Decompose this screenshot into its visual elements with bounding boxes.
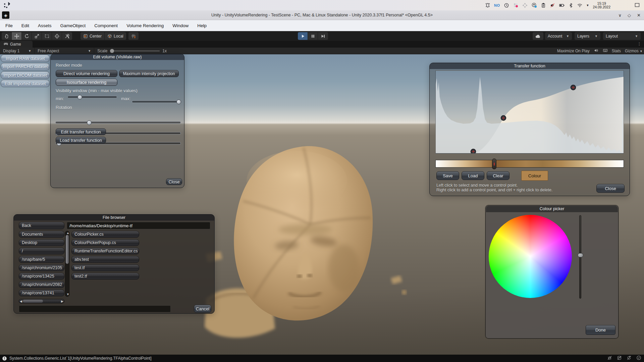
path-field[interactable]: /home/matias/Desktop/runtime-tf — [67, 222, 210, 229]
clock-icon[interactable] — [504, 3, 509, 8]
scroll-left-icon[interactable]: ◀ — [20, 300, 22, 303]
tf-colour-button[interactable]: Colour — [521, 171, 548, 181]
bell-icon[interactable] — [485, 3, 490, 8]
cloud-services-button[interactable] — [533, 32, 543, 40]
vsync-icon[interactable] — [603, 48, 608, 54]
dir-item[interactable]: /snap/chromium/2105 — [19, 264, 64, 271]
edit-volume-close-button[interactable]: Close — [166, 178, 182, 185]
minimize-icon[interactable]: ∨ — [619, 13, 622, 18]
dir-item[interactable]: /snap/bare/5 — [19, 256, 64, 263]
render-mode-direct-button[interactable]: Direct volume rendering — [56, 70, 117, 77]
max-slider[interactable] — [132, 100, 181, 104]
clipboard-icon[interactable] — [541, 3, 546, 8]
pause-button[interactable] — [308, 32, 318, 40]
display-dropdown[interactable]: Display 1▼ — [0, 48, 35, 54]
unity-tray-icon[interactable] — [522, 3, 528, 8]
gizmos-dropdown[interactable]: Gizmos ▼ — [625, 49, 643, 53]
menu-window[interactable]: Window — [172, 23, 189, 28]
dir-item[interactable]: Desktop — [19, 239, 64, 246]
colour-picker-title[interactable]: Colour picker — [486, 206, 618, 212]
menu-help[interactable]: Help — [197, 23, 207, 28]
layout-dropdown[interactable]: Layout▼ — [603, 32, 641, 40]
render-mode-isosurface-button[interactable]: Isosurface rendering — [56, 79, 117, 86]
import-parchg-button[interactable]: Import PARCHG dataset — [1, 63, 50, 70]
maximize-icon[interactable]: ◇ — [628, 13, 631, 18]
play-button[interactable] — [298, 32, 308, 40]
file-item[interactable]: test.tf — [71, 264, 139, 271]
tf-load-button[interactable]: Load — [462, 171, 484, 180]
upload-indicator-icon[interactable] — [531, 2, 537, 8]
muted-speaker-icon[interactable] — [550, 3, 555, 8]
file-item[interactable]: ColourPicker.cs — [71, 231, 139, 238]
space-mode-button[interactable]: Local — [105, 32, 126, 40]
scroll-up-icon[interactable]: ▲ — [66, 232, 69, 235]
tf-gradient-handle[interactable] — [492, 159, 496, 169]
menu-volume-rendering[interactable]: Volume Rendering — [126, 23, 164, 28]
menu-component[interactable]: Component — [94, 23, 118, 28]
dir-scrollbar-horizontal[interactable]: ◀ ▶ — [19, 299, 64, 303]
scale-tool-button[interactable] — [32, 32, 42, 40]
auto-refresh-disabled-icon[interactable] — [627, 355, 632, 361]
show-desktop-icon[interactable] — [634, 2, 640, 9]
wifi-icon[interactable] — [577, 3, 583, 8]
load-transfer-function-button[interactable]: Load transfer function — [56, 137, 106, 143]
battery-icon[interactable] — [559, 3, 565, 8]
render-mode-mip-button[interactable]: Maximum intensity projection — [119, 70, 179, 77]
tray-chevron-down-icon[interactable]: ▼ — [586, 4, 589, 7]
import-dicom-button[interactable]: Import DICOM dataset — [1, 71, 50, 79]
dir-item[interactable]: /snap/core/13425 — [19, 273, 64, 280]
debugger-disabled-icon[interactable] — [607, 355, 612, 361]
hand-tool-button[interactable] — [2, 32, 12, 40]
slack-icon[interactable] — [513, 2, 519, 8]
transfer-function-histogram[interactable] — [435, 70, 624, 154]
tf-colour-gradient-bar[interactable] — [435, 160, 624, 168]
account-dropdown[interactable]: Account▼ — [545, 32, 572, 40]
scroll-down-icon[interactable]: ▼ — [66, 293, 69, 296]
tf-save-button[interactable]: Save — [436, 171, 459, 180]
step-button[interactable] — [318, 32, 328, 40]
aspect-dropdown[interactable]: Free Aspect▼ — [35, 48, 94, 54]
tf-clear-button[interactable]: Clear — [487, 171, 509, 180]
back-button[interactable]: Back — [19, 222, 64, 229]
grid-snap-button[interactable] — [128, 32, 139, 40]
file-item[interactable]: abv.test — [71, 256, 139, 263]
cancel-button[interactable]: Cancel — [194, 305, 211, 313]
edit-volume-title[interactable]: Edit volume (VisMale.raw) — [51, 54, 184, 60]
launcher-icon[interactable] — [4, 2, 11, 8]
menu-assets[interactable]: Assets — [38, 23, 52, 28]
stats-toggle[interactable]: Stats — [612, 49, 621, 53]
value-slider-handle[interactable] — [578, 253, 583, 257]
file-item[interactable]: ColourPickerPopup.cs — [71, 239, 139, 246]
bluetooth-icon[interactable] — [569, 3, 573, 8]
transform-tool-button[interactable] — [52, 32, 62, 40]
rotation-x-slider[interactable] — [55, 120, 181, 125]
scroll-right-icon[interactable]: ▶ — [61, 300, 63, 303]
edit-transfer-function-button[interactable]: Edit transfer function — [56, 128, 106, 135]
console-message[interactable]: System.Collections.Generic.List`1[UnityV… — [9, 356, 152, 361]
layers-dropdown[interactable]: Layers▼ — [575, 32, 600, 40]
filename-input[interactable] — [19, 305, 171, 312]
menu-edit[interactable]: Edit — [21, 23, 29, 28]
dir-scrollbar-vertical[interactable]: ▲ ▼ — [65, 231, 69, 297]
rotate-tool-button[interactable] — [22, 32, 32, 40]
import-raw-button[interactable]: Import RAW dataset — [1, 55, 50, 62]
colour-wheel[interactable] — [489, 215, 572, 298]
compile-status-icon[interactable] — [636, 355, 641, 361]
min-slider[interactable] — [67, 95, 117, 100]
dir-item[interactable]: /snap/chromium/2082 — [19, 281, 64, 288]
tab-game[interactable]: Game — [0, 41, 33, 48]
status-bar[interactable]: System.Collections.Generic.List`1[UnityV… — [0, 355, 644, 362]
mute-audio-toggle[interactable] — [594, 48, 599, 54]
pivot-mode-button[interactable]: Center — [80, 32, 105, 40]
tf-close-button[interactable]: Close — [596, 184, 625, 193]
menu-file[interactable]: File — [5, 23, 13, 28]
done-button[interactable]: Done — [586, 325, 615, 335]
collab-disabled-icon[interactable] — [617, 355, 622, 361]
dir-item[interactable]: / — [19, 248, 64, 254]
clock-datetime[interactable]: 15:1924.09.2022 — [593, 2, 610, 9]
transfer-function-title[interactable]: Transfer function — [430, 63, 630, 69]
keyboard-layout-indicator[interactable]: NO — [494, 3, 500, 7]
tab-menu-kebab-icon[interactable]: ⋮ — [637, 42, 641, 46]
file-item[interactable]: test2.tf — [71, 273, 139, 280]
menu-gameobject[interactable]: GameObject — [60, 23, 86, 28]
